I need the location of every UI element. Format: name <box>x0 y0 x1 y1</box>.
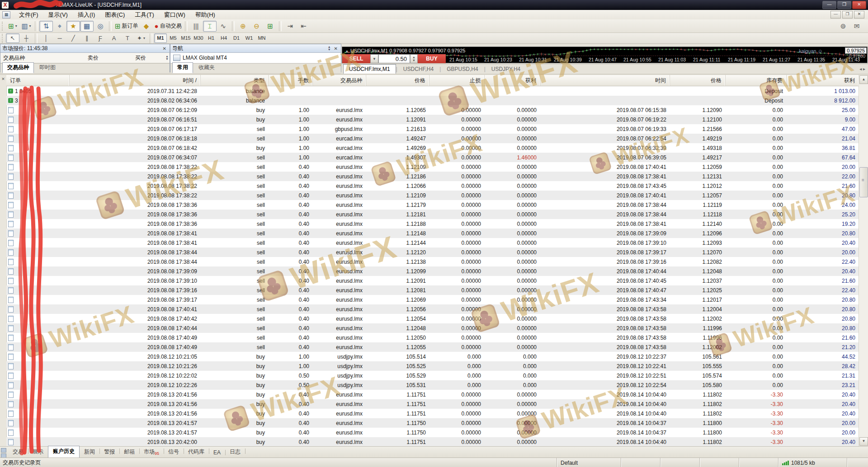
history-row[interactable]: 2019.08.08 17:38:22sell0.40eurusd.lmx1.1… <box>6 181 859 191</box>
profile-selector[interactable]: Default <box>557 458 621 467</box>
new-order-button[interactable]: ⊞新订单 <box>113 21 140 32</box>
navigator-account-item[interactable]: LMAX Global MT4 <box>170 53 341 63</box>
menu-item-5[interactable]: 窗口(W) <box>159 10 190 19</box>
timeframe-m5[interactable]: M5 <box>167 33 179 43</box>
column-header-2[interactable]: 类型 <box>201 75 269 86</box>
terminal-tab-10[interactable]: 日志 <box>225 447 245 458</box>
timeframe-m30[interactable]: M30 <box>192 33 205 43</box>
history-row[interactable]: 2019.08.08 17:38:36sell0.40eurusd.lmx1.1… <box>6 219 859 229</box>
shapes-icon[interactable]: ✦▾ <box>134 33 148 43</box>
scroll-spinner-icon[interactable]: ▲▼ <box>165 55 169 61</box>
timeframe-d1[interactable]: D1 <box>230 33 243 43</box>
timeframe-h1[interactable]: H1 <box>205 33 217 43</box>
history-row[interactable]: 2019.08.08 17:38:22sell0.40eurusd.lmx1.1… <box>6 162 859 172</box>
auto-scroll-icon[interactable]: ⇥ <box>283 21 297 32</box>
history-row[interactable]: 2019.08.08 17:39:09sell0.40eurusd.lmx1.1… <box>6 266 859 276</box>
history-row[interactable]: 2019.08.08 17:40:41sell0.40eurusd.lmx1.1… <box>6 304 859 314</box>
terminal-tab-6[interactable]: 市场95 <box>139 447 164 458</box>
market-watch-tab[interactable]: 即时图 <box>34 62 61 73</box>
column-header-11[interactable]: 获利 <box>787 75 859 86</box>
cursor-icon[interactable]: ↖ <box>6 33 19 43</box>
scroll-down-icon[interactable]: ▼ <box>859 437 868 446</box>
column-header-9[interactable]: 价格 <box>670 75 726 86</box>
history-row[interactable]: 2019.08.08 17:38:36sell0.40eurusd.lmx1.1… <box>6 200 859 210</box>
column-header-5[interactable]: 价格 <box>366 75 429 86</box>
chart-tab-2[interactable]: GBPUSD,H4 <box>441 64 484 74</box>
new-chart-icon[interactable]: ⊞▾ <box>6 21 19 32</box>
text-icon[interactable]: A <box>107 33 121 43</box>
candlestick-icon[interactable]: ⌶ <box>203 21 217 32</box>
profiles-icon[interactable]: ▥▾ <box>19 21 33 32</box>
timeframe-m15[interactable]: M15 <box>179 33 192 43</box>
history-row[interactable]: 2019.08.07 06:17:17sell1.00gbpusd.lmx1.2… <box>6 124 859 134</box>
vertical-line-icon[interactable]: │ <box>39 33 53 43</box>
terminal-tab-4[interactable]: 警报 <box>99 447 119 458</box>
market-watch-tab[interactable]: 交易品种 <box>2 62 34 73</box>
buy-button[interactable]: BUY <box>418 54 446 63</box>
minimize-button[interactable]: — <box>822 1 836 9</box>
bar-chart-icon[interactable]: ||| <box>189 21 203 32</box>
sell-button[interactable]: SELL <box>342 54 370 63</box>
timeframe-w1[interactable]: W1 <box>243 33 255 43</box>
zoom-out-icon[interactable]: ⊖ <box>250 21 264 32</box>
channel-icon[interactable]: ∥ <box>80 33 94 43</box>
history-row[interactable]: 2019.08.07 06:12:09buy1.00eurusd.lmx1.12… <box>6 105 859 115</box>
terminal-tab-9[interactable]: EA <box>209 448 225 458</box>
history-row[interactable]: 2019.08.13 20:41:56buy0.40eurusd.lmx1.11… <box>6 409 859 418</box>
history-row[interactable]: 2019.08.08 17:40:42sell0.40eurusd.lmx1.1… <box>6 314 859 323</box>
close-icon[interactable]: ✕ <box>333 46 339 51</box>
horizontal-line-icon[interactable]: ─ <box>53 33 66 43</box>
label-icon[interactable]: T <box>121 33 134 43</box>
column-header-10[interactable]: 库存费 <box>726 75 787 86</box>
close-icon[interactable]: ✕ <box>0 77 6 81</box>
scroll-spinner-icon[interactable]: ▲▼ <box>328 46 331 51</box>
scrollbar-thumb[interactable] <box>859 167 868 197</box>
strategy-tester-icon[interactable]: ◎ <box>94 21 107 32</box>
vertical-scrollbar[interactable]: ▲ ▼ <box>859 75 868 446</box>
history-row[interactable]: ↑1 84052019.07.31 12:42:28balanceDeposit… <box>6 86 859 96</box>
mdi-minimize-button[interactable]: — <box>830 11 841 19</box>
history-row[interactable]: 2019.08.13 20:41:57buy0.40eurusd.lmx1.11… <box>6 418 859 428</box>
timeframe-mn[interactable]: MN <box>255 33 268 43</box>
history-row[interactable]: 2019.08.13 20:41:56buy0.40eurusd.lmx1.11… <box>6 399 859 409</box>
column-header-8[interactable]: 时间 <box>540 75 670 86</box>
crosshair-icon[interactable]: ┼ <box>19 33 33 43</box>
menu-item-2[interactable]: 插入(I) <box>73 10 100 19</box>
terminal-icon[interactable]: ▦ <box>80 21 94 32</box>
history-row[interactable]: 2019.08.08 17:40:44sell0.40eurusd.lmx1.1… <box>6 323 859 333</box>
history-row[interactable]: 2019.08.07 06:18:18sell1.00eurcad.lmx1.4… <box>6 134 859 143</box>
history-row[interactable]: 2019.08.08 17:38:22sell0.40eurusd.lmx1.1… <box>6 172 859 181</box>
zoom-in-icon[interactable]: ⊕ <box>236 21 250 32</box>
history-row[interactable]: 2019.08.08 17:39:17sell0.40eurusd.lmx1.1… <box>6 295 859 304</box>
tile-windows-icon[interactable]: ⊞ <box>264 21 277 32</box>
mw-col-ask[interactable]: 买价 <box>99 54 146 62</box>
column-header-1[interactable]: 时间 / <box>70 75 201 86</box>
history-row[interactable]: 2019.08.13 20:42:00buy0.40eurusd.lmx1.11… <box>6 437 859 447</box>
data-window-icon[interactable]: ⌖ <box>53 21 66 32</box>
autotrading-button[interactable]: ●自动交易 <box>153 21 183 32</box>
close-icon[interactable]: ✕ <box>161 46 168 51</box>
line-chart-icon[interactable]: ∿ <box>217 21 230 32</box>
timeframe-m1[interactable]: M1 <box>154 33 167 43</box>
column-header-4[interactable]: 交易品种 <box>313 75 366 86</box>
menu-item-4[interactable]: 工具(T) <box>130 10 159 19</box>
lots-stepper[interactable]: ▲▼ <box>410 54 418 63</box>
terminal-tab-7[interactable]: 信号 <box>164 447 184 458</box>
mw-col-bid[interactable]: 卖价 <box>44 54 99 62</box>
history-row[interactable]: 2019.08.12 10:22:02buy0.50usdjpy.lmx105.… <box>6 371 859 380</box>
terminal-tab-0[interactable]: 交易 <box>8 447 28 458</box>
history-row[interactable]: 2019.08.08 17:38:22sell0.40eurusd.lmx1.1… <box>6 191 859 200</box>
history-row[interactable]: 2019.08.13 20:41:56buy0.40eurusd.lmx1.11… <box>6 390 859 399</box>
terminal-tab-5[interactable]: 邮箱 <box>119 447 139 458</box>
terminal-tab-8[interactable]: 代码库 <box>184 447 209 458</box>
navigator-icon[interactable]: ★ <box>66 21 80 32</box>
mail-icon[interactable]: ✉ <box>850 21 863 32</box>
trendline-icon[interactable]: ╱ <box>66 33 80 43</box>
search-icon[interactable]: ⊚ <box>836 21 850 32</box>
history-row[interactable]: 2019.08.08 17:40:49sell0.40eurusd.lmx1.1… <box>6 333 859 342</box>
mw-col-symbol[interactable]: 交易品种 <box>0 54 25 62</box>
navigator-tab[interactable]: 常用 <box>172 62 193 73</box>
history-row[interactable]: 2019.08.08 17:39:10sell0.40eurusd.lmx1.1… <box>6 276 859 285</box>
timeframe-h4[interactable]: H4 <box>217 33 230 43</box>
scroll-up-icon[interactable]: ▲ <box>859 75 868 84</box>
